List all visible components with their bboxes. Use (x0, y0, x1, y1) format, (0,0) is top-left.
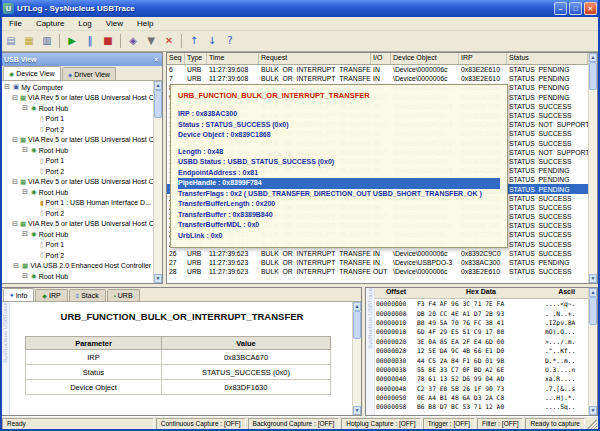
hex-row: 00000048C2 37 E8 5B 26 1F 90 73.7.[&..s (375, 384, 588, 393)
scroll-thumb[interactable] (154, 90, 162, 118)
scroll-thumb[interactable] (353, 311, 361, 339)
table-row[interactable]: 7URB11:27:39:608BULK_OR_INTERRUPT_TRANSF… (167, 74, 588, 83)
tree-item[interactable]: ▯Port 1 (1, 240, 153, 251)
column-header-irp[interactable]: IRP (459, 53, 507, 64)
hex-scrollbar[interactable]: ▲ ▼ (588, 288, 597, 415)
close-button[interactable]: ✕ (584, 2, 597, 15)
table-scrollbar[interactable]: ▲ ▼ (588, 53, 597, 283)
collapse-icon[interactable]: ⊟ (21, 230, 29, 238)
scroll-up-button[interactable]: ↑ (185, 33, 203, 50)
pause-capture-button[interactable]: ‖ (81, 33, 99, 50)
scroll-track[interactable] (589, 90, 597, 274)
tree-item[interactable]: ▯Port 2 (1, 208, 153, 219)
scroll-thumb[interactable] (589, 62, 597, 90)
column-header-type[interactable]: Type (185, 53, 207, 64)
menu-help[interactable]: Help (130, 18, 160, 29)
menu-capture[interactable]: Capture (29, 18, 71, 29)
new-log-button[interactable]: ▤ (2, 33, 20, 50)
collapse-icon[interactable]: ⊟ (21, 272, 29, 280)
collapse-icon[interactable]: ⊟ (12, 220, 18, 228)
column-header-status[interactable]: Status (507, 53, 588, 64)
close-panel-icon[interactable]: ✕ (153, 56, 159, 64)
scroll-down-icon[interactable]: ▼ (589, 274, 597, 283)
tree-item[interactable]: ⊟▦VIA Rev 5 or later USB Universal Host … (1, 135, 153, 146)
usb-view-header[interactable]: USB View ✕ (1, 53, 162, 66)
capture-options-button[interactable]: ◈ (124, 33, 142, 50)
scroll-down-icon[interactable]: ▼ (154, 274, 162, 283)
column-header-i-o[interactable]: I/O (371, 53, 391, 64)
tree-item[interactable]: ⊟▦VIA USB 2.0 Enhanced Host Controller (1, 261, 153, 272)
table-row[interactable]: 28URB11:27:39:623BULK_OR_INTERRUPT_TRANS… (167, 267, 588, 276)
scroll-down-icon[interactable]: ▼ (353, 406, 361, 415)
scroll-track[interactable] (154, 118, 162, 274)
tab-urb[interactable]: ▪ URB (107, 289, 140, 301)
filter-button[interactable]: ▼ (142, 33, 160, 50)
collapse-icon[interactable]: ⊟ (21, 104, 29, 112)
scroll-track[interactable] (353, 339, 361, 406)
collapse-icon[interactable]: ⊟ (12, 262, 20, 270)
column-header-request[interactable]: Request (259, 53, 371, 64)
tree-item[interactable]: ⊟◉Root Hub (1, 103, 153, 114)
resize-grip[interactable] (587, 419, 597, 429)
parameter-row[interactable]: IRP0x83BCA670 (26, 350, 331, 365)
collapse-icon[interactable]: ⊟ (21, 188, 29, 196)
table-row[interactable]: 27URB11:27:39:623BULK_OR_INTERRUPT_TRANS… (167, 258, 588, 267)
scroll-up-icon[interactable]: ▲ (154, 81, 162, 90)
toolbar-separator (59, 34, 60, 48)
table-row[interactable]: 6URB11:27:39:608BULK_OR_INTERRUPT_TRANSF… (167, 65, 588, 74)
menu-view[interactable]: View (99, 18, 130, 29)
title-bar[interactable]: U UTLog - SysNucleus USBTrace – □ ✕ (0, 0, 600, 17)
start-capture-button[interactable]: ▶ (63, 33, 81, 50)
stop-capture-button[interactable]: ■ (99, 33, 117, 50)
column-header-seq[interactable]: Seq (167, 53, 185, 64)
tree-item[interactable]: ⊟▣My Computer (1, 82, 153, 93)
tree-item[interactable]: ⊟▦VIA Rev 5 or later USB Universal Host … (1, 93, 153, 104)
scroll-down-icon[interactable]: ▼ (589, 406, 597, 415)
scroll-track[interactable] (589, 325, 597, 406)
tree-item[interactable]: ▯Port 1 (1, 114, 153, 125)
parameter-row[interactable]: Device Object0x83DF1630 (26, 380, 331, 395)
scroll-up-icon[interactable]: ▲ (353, 302, 361, 311)
maximize-button[interactable]: □ (569, 2, 582, 15)
scroll-up-icon[interactable]: ▲ (589, 53, 597, 62)
tree-item[interactable]: ⊟▦VIA Rev 5 or later USB Universal Host … (1, 177, 153, 188)
tree-item[interactable]: ▯Port 2 (1, 166, 153, 177)
tree-item[interactable]: ▯Port 2 (1, 124, 153, 135)
minimize-button[interactable]: – (554, 2, 567, 15)
help-button[interactable]: ? (221, 33, 239, 50)
tab-info[interactable]: ● Info (3, 288, 34, 301)
tree-scrollbar[interactable]: ▲ ▼ (153, 81, 162, 283)
tab-driver-view[interactable]: ◈ Driver View (62, 67, 116, 80)
tab-stack[interactable]: ≡ Stack (69, 289, 106, 301)
collapse-icon[interactable]: ⊟ (12, 94, 18, 102)
collapse-icon[interactable]: ⊟ (3, 83, 11, 91)
tree-item[interactable]: ⊟◉Root Hub (1, 187, 153, 198)
save-log-button[interactable]: ▥ (38, 33, 56, 50)
tree-item[interactable]: ▯Port 1 (1, 156, 153, 167)
tree-item[interactable]: ▯Port 2 (1, 250, 153, 261)
column-header-device-object[interactable]: Device Object (391, 53, 459, 64)
scroll-down-button[interactable]: ↓ (203, 33, 221, 50)
scroll-up-icon[interactable]: ▲ (589, 288, 597, 297)
delete-button[interactable]: ✕ (160, 33, 178, 50)
column-header-time[interactable]: Time (207, 53, 259, 64)
tree-item[interactable]: ▯Port 1 (1, 282, 153, 284)
tree-item[interactable]: ▮Port 1 : USB Human Interface D... (1, 198, 153, 209)
detail-scrollbar[interactable]: ▲ ▼ (352, 302, 361, 415)
menu-log[interactable]: Log (71, 18, 98, 29)
tree-item[interactable]: ⊟◉Root Hub (1, 145, 153, 156)
collapse-icon[interactable]: ⊟ (21, 146, 29, 154)
scroll-thumb[interactable] (589, 297, 597, 325)
status-segment: Filter : [OFF] (477, 418, 523, 430)
collapse-icon[interactable]: ⊟ (12, 178, 18, 186)
tab-irp[interactable]: ◆ IRP (35, 289, 67, 301)
table-row[interactable]: 26URB11:27:39:623BULK_OR_INTERRUPT_TRANS… (167, 249, 588, 258)
parameter-row[interactable]: StatusSTATUS_SUCCESS (0x0) (26, 365, 331, 380)
tab-device-view[interactable]: ◉ Device View (3, 66, 61, 80)
tree-item[interactable]: ⊟◉Root Hub (1, 271, 153, 282)
open-log-button[interactable]: ▦ (20, 33, 38, 50)
tree-item[interactable]: ⊟▦VIA Rev 5 or later USB Universal Host … (1, 219, 153, 230)
menu-file[interactable]: File (2, 18, 29, 29)
tree-item[interactable]: ⊟◉Root Hub (1, 229, 153, 240)
collapse-icon[interactable]: ⊟ (12, 136, 18, 144)
